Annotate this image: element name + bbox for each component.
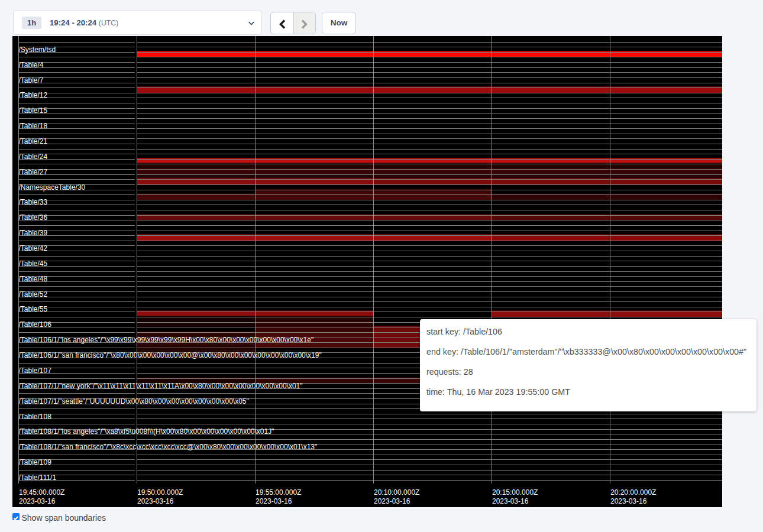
- svg-text:/Table/111/1: /Table/111/1: [19, 473, 57, 482]
- svg-text:20:20:00.000Z: 20:20:00.000Z: [610, 488, 656, 497]
- svg-text:/NamespaceTable/30: /NamespaceTable/30: [19, 183, 86, 192]
- svg-text:/Table/107/1/"new york"/"\x11\: /Table/107/1/"new york"/"\x11\x11\x11\x1…: [19, 382, 303, 390]
- svg-text:/Table/24: /Table/24: [19, 153, 48, 161]
- svg-text:/Table/39: /Table/39: [19, 229, 48, 237]
- svg-text:19:55:00.000Z: 19:55:00.000Z: [256, 488, 301, 497]
- svg-text:19:45:00.000Z: 19:45:00.000Z: [19, 488, 64, 497]
- svg-text:/Table/45: /Table/45: [19, 259, 48, 268]
- svg-text:/Table/106/1/"los angeles"/"\x: /Table/106/1/"los angeles"/"\x99\x99\x99…: [19, 336, 314, 344]
- svg-text:/Table/108/1/"san francisco"/": /Table/108/1/"san francisco"/"\x8c\xcc\x…: [19, 443, 318, 451]
- svg-text:/Table/7: /Table/7: [19, 76, 44, 85]
- svg-text:/Table/109: /Table/109: [19, 458, 52, 466]
- svg-text:/Table/18: /Table/18: [19, 122, 48, 130]
- svg-text:/Table/106/1/"san francisco"/": /Table/106/1/"san francisco"/"\x80\x00\x…: [19, 351, 322, 359]
- svg-text:/Table/42: /Table/42: [19, 244, 48, 252]
- svg-text:20:10:00.000Z: 20:10:00.000Z: [374, 488, 419, 497]
- svg-text:/Table/55: /Table/55: [19, 305, 48, 313]
- svg-text:/Table/15: /Table/15: [19, 106, 48, 115]
- svg-text:2023-03-16: 2023-03-16: [137, 497, 174, 505]
- svg-text:/Table/107: /Table/107: [19, 366, 52, 375]
- svg-text:/Table/108/1/"los angeles"/"\x: /Table/108/1/"los angeles"/"\xa8\xf5\u00…: [19, 427, 274, 436]
- svg-text:2023-03-16: 2023-03-16: [19, 497, 56, 505]
- svg-text:/Table/36: /Table/36: [19, 213, 48, 222]
- svg-text:19:50:00.000Z: 19:50:00.000Z: [137, 488, 183, 497]
- svg-text:/Table/107/1/"seattle"/"UUUUUU: /Table/107/1/"seattle"/"UUUUUUD\x00\x80\…: [19, 397, 249, 406]
- svg-text:/Table/108: /Table/108: [19, 413, 52, 421]
- svg-text:2023-03-16: 2023-03-16: [374, 497, 410, 505]
- svg-text:/System/tsd: /System/tsd: [19, 46, 56, 54]
- svg-text:/Table/52: /Table/52: [19, 290, 48, 299]
- svg-text:2023-03-16: 2023-03-16: [610, 497, 647, 505]
- svg-text:2023-03-16: 2023-03-16: [492, 497, 529, 505]
- svg-text:/Table/27: /Table/27: [19, 168, 48, 176]
- svg-text:/Table/48: /Table/48: [19, 275, 48, 283]
- svg-text:/Table/12: /Table/12: [19, 91, 48, 99]
- svg-text:/Table/33: /Table/33: [19, 198, 48, 206]
- svg-text:/Table/4: /Table/4: [19, 61, 44, 69]
- svg-text:/Table/21: /Table/21: [19, 137, 48, 145]
- svg-text:/Table/106: /Table/106: [19, 320, 52, 329]
- svg-text:2023-03-16: 2023-03-16: [256, 497, 292, 505]
- svg-text:20:15:00.000Z: 20:15:00.000Z: [492, 488, 538, 497]
